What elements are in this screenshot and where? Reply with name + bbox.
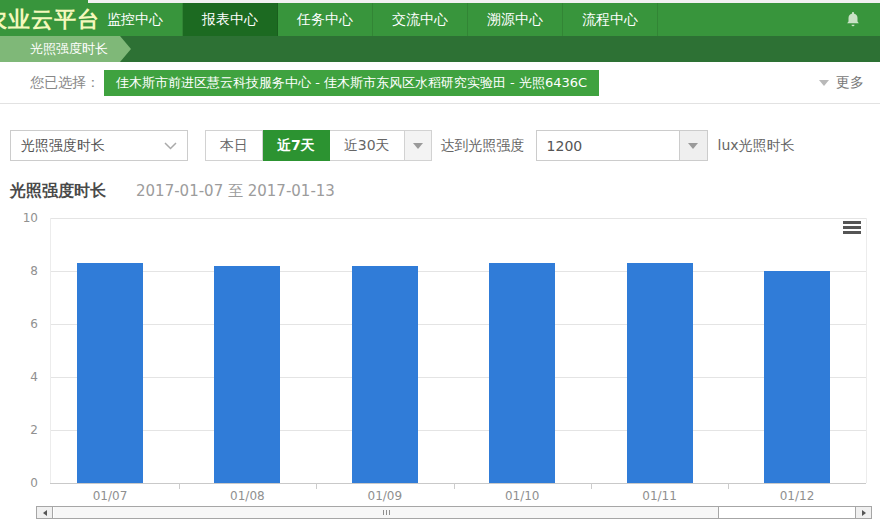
filter-row: 光照强度时长 本日近7天近30天 达到光照强度 lux光照时长 bbox=[10, 130, 795, 161]
range-more-button[interactable] bbox=[405, 130, 432, 161]
scroll-right-button[interactable] bbox=[855, 507, 871, 518]
gridline-8 bbox=[50, 271, 866, 272]
nav-item-5[interactable]: 流程中心 bbox=[563, 3, 658, 36]
y-axis-label-4: 4 bbox=[4, 370, 38, 384]
chart-header: 光照强度时长 2017-01-07 至 2017-01-13 bbox=[10, 181, 335, 202]
more-button[interactable]: 更多 bbox=[819, 74, 864, 92]
selection-label: 您已选择： bbox=[30, 74, 100, 92]
x-axis-tick bbox=[728, 483, 729, 489]
chart-date-range: 2017-01-07 至 2017-01-13 bbox=[136, 182, 335, 201]
bar-01/08[interactable] bbox=[214, 266, 280, 483]
range-button-0[interactable]: 本日 bbox=[205, 130, 263, 161]
dropdown-arrow-icon bbox=[819, 80, 829, 86]
plot-left-edge bbox=[50, 218, 51, 483]
x-axis-label-01/12: 01/12 bbox=[757, 489, 837, 503]
scrollbar-thumb[interactable] bbox=[54, 507, 719, 518]
x-axis-label-01/08: 01/08 bbox=[207, 489, 287, 503]
x-axis-label-01/09: 01/09 bbox=[345, 489, 425, 503]
x-axis-label-01/07: 01/07 bbox=[70, 489, 150, 503]
scroll-right-icon bbox=[862, 510, 866, 516]
scroll-left-button[interactable] bbox=[37, 507, 53, 518]
top-edge-strip bbox=[88, 0, 880, 3]
metric-select-value: 光照强度时长 bbox=[21, 137, 105, 155]
y-axis-label-10: 10 bbox=[4, 211, 38, 225]
y-axis-label-8: 8 bbox=[4, 264, 38, 278]
gridline-10 bbox=[50, 218, 866, 219]
threshold-input[interactable] bbox=[537, 131, 679, 160]
bar-01/12[interactable] bbox=[764, 271, 830, 483]
x-axis-label-01/10: 01/10 bbox=[482, 489, 562, 503]
dropdown-arrow-icon bbox=[688, 143, 698, 149]
nav-item-2[interactable]: 任务中心 bbox=[278, 3, 373, 36]
bar-01/09[interactable] bbox=[352, 266, 418, 483]
nav-item-0[interactable]: 监控中心 bbox=[88, 3, 183, 36]
range-button-1[interactable]: 近7天 bbox=[263, 130, 330, 161]
x-axis-tick bbox=[316, 483, 317, 489]
x-axis-tick bbox=[454, 483, 455, 489]
more-label: 更多 bbox=[836, 74, 864, 92]
threshold-unit-label: lux光照时长 bbox=[718, 137, 795, 155]
plot-right-edge bbox=[866, 218, 867, 483]
metric-select[interactable]: 光照强度时长 bbox=[10, 130, 188, 161]
app-logo: 农业云平台 bbox=[0, 3, 100, 36]
y-axis-label-0: 0 bbox=[4, 476, 38, 490]
chart-title: 光照强度时长 bbox=[10, 181, 106, 202]
breadcrumb-tab-light-duration[interactable]: 光照强度时长 bbox=[0, 36, 120, 62]
scroll-left-icon bbox=[43, 510, 47, 516]
bar-01/11[interactable] bbox=[627, 263, 693, 483]
bar-01/10[interactable] bbox=[489, 263, 555, 483]
gridline-0 bbox=[50, 483, 866, 484]
chart-horizontal-scrollbar[interactable] bbox=[36, 506, 872, 519]
gridline-2 bbox=[50, 430, 866, 431]
selection-row: 您已选择： 佳木斯市前进区慧云科技服务中心 - 佳木斯市东风区水稻研究实验田 -… bbox=[0, 62, 880, 104]
bar-01/07[interactable] bbox=[77, 263, 143, 483]
x-axis-label-01/11: 01/11 bbox=[620, 489, 700, 503]
nav-item-3[interactable]: 交流中心 bbox=[373, 3, 468, 36]
gridline-4 bbox=[50, 377, 866, 378]
notification-bell-icon[interactable] bbox=[844, 10, 862, 29]
nav-item-4[interactable]: 溯源中心 bbox=[468, 3, 563, 36]
nav-item-1[interactable]: 报表中心 bbox=[183, 0, 278, 36]
dropdown-arrow-icon bbox=[413, 143, 423, 149]
gridline-6 bbox=[50, 324, 866, 325]
date-range-button-group: 本日近7天近30天 bbox=[205, 130, 405, 161]
breadcrumb-bar: 光照强度时长 bbox=[0, 36, 880, 62]
top-navigation-bar: 农业云平台 监控中心报表中心任务中心交流中心溯源中心流程中心 bbox=[0, 0, 880, 36]
x-axis-tick bbox=[179, 483, 180, 489]
main-menu: 监控中心报表中心任务中心交流中心溯源中心流程中心 bbox=[88, 3, 658, 36]
x-axis-tick bbox=[591, 483, 592, 489]
range-button-2[interactable]: 近30天 bbox=[330, 130, 405, 161]
threshold-dropdown-button[interactable] bbox=[679, 131, 707, 160]
y-axis-label-2: 2 bbox=[4, 423, 38, 437]
chevron-down-icon bbox=[164, 142, 177, 150]
threshold-combobox bbox=[536, 130, 708, 161]
bar-chart: 108642001/0701/0801/0901/1001/1101/12 bbox=[0, 210, 880, 506]
threshold-label: 达到光照强度 bbox=[441, 137, 525, 155]
chart-menu-icon[interactable] bbox=[843, 221, 861, 236]
breadcrumb-label: 光照强度时长 bbox=[30, 41, 108, 56]
y-axis-label-6: 6 bbox=[4, 317, 38, 331]
selected-device-chip: 佳木斯市前进区慧云科技服务中心 - 佳木斯市东风区水稻研究实验田 - 光照643… bbox=[104, 70, 599, 96]
